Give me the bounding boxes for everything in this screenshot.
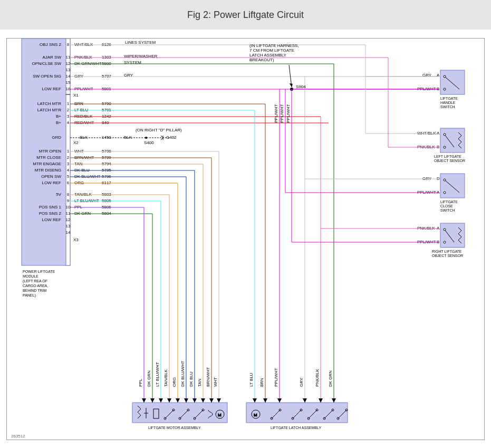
svg-text:5: 5: [67, 174, 70, 179]
module-pins-bottom: MTR OPEN 1 WHT 5798 MTR CLOSE 2 BRN/WHT …: [33, 149, 219, 235]
module-pins-mid: LATCH MTR 1 BRN 5790 LATCH MTR 2 LT BLU …: [37, 101, 329, 125]
latch-drop-wires: [255, 64, 334, 403]
svg-text:RIGHT LIFTGATEOBJECT SENSOR: RIGHT LIFTGATEOBJECT SENSOR: [432, 250, 463, 258]
svg-text:LOW REF: LOW REF: [42, 87, 62, 91]
svg-text:MTR OPEN: MTR OPEN: [39, 149, 61, 154]
document-id: 263512: [11, 434, 25, 439]
svg-text:DK BLU/WHT: DK BLU/WHT: [180, 361, 185, 387]
svg-text:OBJ SNS 2: OBJ SNS 2: [40, 42, 61, 47]
svg-text:B+: B+: [56, 114, 61, 119]
svg-marker-225: [167, 398, 171, 403]
svg-point-191: [444, 228, 446, 231]
svg-text:8: 8: [67, 192, 70, 197]
svg-marker-224: [159, 398, 163, 403]
svg-text:LATCH MTR: LATCH MTR: [37, 101, 61, 106]
svg-marker-229: [201, 398, 205, 403]
latch-assembly-label: LIFTGATE LATCH ASSEMBLY: [271, 426, 321, 430]
svg-text:2: 2: [67, 108, 70, 112]
svg-text:BRN: BRN: [259, 378, 264, 387]
svg-text:14: 14: [66, 74, 71, 79]
svg-text:12: 12: [66, 217, 71, 222]
svg-text:M: M: [218, 413, 222, 417]
svg-text:MTR ENGAGE: MTR ENGAGE: [33, 161, 61, 166]
svg-text:16: 16: [66, 87, 71, 91]
svg-text:LINES SYSTEM: LINES SYSTEM: [125, 40, 156, 45]
svg-text:DK GRN: DK GRN: [147, 370, 151, 387]
svg-marker-230: [209, 398, 214, 403]
ground-row: GRD X2 BLK 1450 BLK S400 G402 (ON RIGHT …: [52, 128, 182, 145]
svg-marker-227: [184, 398, 188, 403]
diagram-svg: OBJ SNS 2 8 WHT/BLK 6126 LINES SYSTEM AJ…: [7, 39, 484, 440]
svg-marker-237: [332, 398, 336, 403]
splice-s904-label: S904: [296, 84, 306, 89]
svg-marker-154: [290, 83, 293, 87]
svg-marker-233: [263, 398, 267, 403]
svg-text:3: 3: [67, 161, 70, 166]
svg-marker-226: [176, 398, 180, 403]
harness-note: (IN LIFTGATE HARNESS, 7 CM FROM LIFTGATE…: [249, 43, 300, 87]
svg-marker-234: [277, 398, 282, 403]
connector-x3-label: X3: [73, 237, 79, 242]
svg-text:9: 9: [67, 198, 70, 203]
module-caption: POWER LIFTGATE MODULE (LEFT REA OF CARGO…: [23, 270, 56, 298]
svg-text:BRN/WHT: BRN/WHT: [206, 367, 210, 387]
svg-text:4: 4: [67, 120, 70, 125]
svg-text:1: 1: [67, 101, 70, 106]
svg-point-192: [444, 241, 446, 243]
svg-point-168: [444, 146, 446, 148]
svg-text:15: 15: [66, 80, 71, 85]
svg-point-158: [444, 88, 446, 90]
svg-text:6: 6: [67, 180, 70, 185]
svg-point-180: [444, 179, 446, 181]
svg-text:1: 1: [67, 149, 70, 154]
svg-point-58: [145, 137, 147, 139]
svg-text:DK GRN: DK GRN: [328, 370, 333, 387]
svg-text:POS SNS 1: POS SNS 1: [39, 205, 62, 209]
svg-text:MTR CLOSE: MTR CLOSE: [36, 155, 61, 160]
svg-text:DK BLU: DK BLU: [189, 371, 194, 387]
svg-text:12: 12: [66, 61, 71, 66]
svg-text:OPEN SW: OPEN SW: [41, 174, 61, 179]
svg-point-167: [444, 134, 446, 136]
svg-text:GRY: GRY: [422, 73, 432, 78]
svg-text:MTR DISENG: MTR DISENG: [35, 168, 61, 173]
svg-text:A: A: [437, 73, 440, 78]
svg-marker-232: [253, 398, 257, 403]
page-title: Fig 2: Power Liftgate Circuit: [187, 9, 304, 21]
svg-text:(ON RIGHT "D" PILLAR): (ON RIGHT "D" PILLAR): [136, 128, 182, 132]
svg-text:5V: 5V: [56, 192, 61, 197]
svg-text:LOW REF: LOW REF: [42, 217, 62, 222]
svg-text:BLK: BLK: [124, 135, 132, 140]
svg-text:PPL/WHT: PPL/WHT: [286, 104, 291, 123]
svg-text:PNK/BLK: PNK/BLK: [315, 369, 320, 387]
svg-text:WIPER/WASHER: WIPER/WASHER: [124, 54, 157, 59]
svg-text:PPL/WHT: PPL/WHT: [280, 104, 284, 123]
svg-text:PPL/WHT: PPL/WHT: [274, 368, 278, 387]
svg-text:LIFTGATEHANDLESWITCH: LIFTGATEHANDLESWITCH: [440, 97, 458, 109]
svg-text:LOW REF: LOW REF: [42, 180, 62, 185]
svg-text:13: 13: [66, 224, 71, 228]
svg-text:POS SNS 2: POS SNS 2: [39, 211, 62, 216]
svg-text:LT BLU/WHT: LT BLU/WHT: [155, 362, 160, 387]
svg-text:(IN LIFTGATE HARNESS,
        : (IN LIFTGATE HARNESS, 7 CM FROM LIFTGATE…: [249, 43, 300, 62]
svg-marker-231: [217, 398, 221, 403]
latch-wire-labels: LT BLU BRN PPL/WHT GRY PNK/BLK DK GRN: [249, 368, 333, 387]
svg-text:14: 14: [66, 230, 71, 235]
svg-text:LT BLU: LT BLU: [249, 373, 254, 387]
svg-text:GRD: GRD: [52, 135, 61, 140]
svg-text:WHT: WHT: [213, 377, 218, 387]
svg-text:LEFT LIFTGATEOBJECT SENSOR: LEFT LIFTGATEOBJECT SENSOR: [434, 155, 465, 163]
svg-point-181: [444, 192, 446, 194]
svg-text:OPN/CLSE SW: OPN/CLSE SW: [32, 61, 61, 66]
svg-text:B+: B+: [56, 120, 61, 125]
connector-x1-label: X1: [73, 93, 79, 98]
svg-marker-235: [303, 398, 307, 403]
title-bar: Fig 2: Power Liftgate Circuit: [0, 0, 491, 30]
svg-text:GRY: GRY: [124, 73, 133, 78]
svg-text:SW OPEN SIG: SW OPEN SIG: [33, 74, 61, 79]
svg-marker-222: [142, 398, 146, 403]
svg-rect-190: [440, 223, 465, 247]
wiring-diagram: OBJ SNS 2 8 WHT/BLK 6126 LINES SYSTEM AJ…: [6, 38, 485, 440]
svg-text:SYSTEM: SYSTEM: [124, 60, 141, 65]
module-pins-top: OBJ SNS 2 8 WHT/BLK 6126 LINES SYSTEM AJ…: [32, 40, 439, 91]
